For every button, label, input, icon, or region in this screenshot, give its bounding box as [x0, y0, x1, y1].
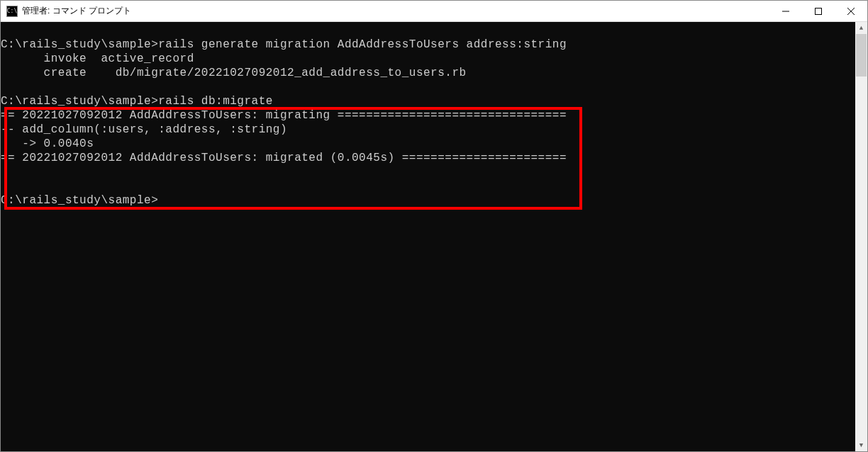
terminal-line [1, 80, 855, 94]
close-icon [847, 8, 855, 15]
svg-rect-1 [816, 8, 822, 14]
close-button[interactable] [835, 1, 867, 22]
terminal-line: C:\rails_study\sample>rails db:migrate [1, 94, 855, 108]
maximize-button[interactable] [802, 1, 835, 22]
terminal-container: C:\rails_study\sample>rails generate mig… [1, 22, 867, 451]
terminal-line: invoke active_record [1, 52, 855, 66]
maximize-icon [815, 8, 822, 15]
terminal-line [1, 23, 855, 38]
minimize-button[interactable] [769, 1, 802, 22]
terminal-line: C:\rails_study\sample>rails generate mig… [1, 38, 855, 52]
cmd-icon: C:\ [6, 6, 18, 17]
terminal-line: create db/migrate/20221027092012_add_add… [1, 66, 855, 80]
terminal-line: C:\rails_study\sample> [1, 193, 855, 208]
vertical-scrollbar[interactable]: ▲ ▼ [855, 22, 867, 451]
window-controls [769, 1, 867, 22]
terminal-line [1, 179, 855, 193]
scroll-thumb[interactable] [856, 34, 867, 77]
scroll-down-arrow-icon[interactable]: ▼ [855, 439, 867, 451]
terminal-line [1, 165, 855, 179]
command-prompt-window: C:\ 管理者: コマンド プロンプト C:\rails_study\sampl… [0, 0, 868, 452]
terminal-line: == 20221027092012 AddAddressToUsers: mig… [1, 151, 855, 165]
terminal-line: == 20221027092012 AddAddressToUsers: mig… [1, 108, 855, 123]
terminal-output[interactable]: C:\rails_study\sample>rails generate mig… [1, 22, 855, 451]
terminal-line: -> 0.0040s [1, 137, 855, 151]
minimize-icon [782, 8, 789, 15]
titlebar[interactable]: C:\ 管理者: コマンド プロンプト [1, 1, 867, 22]
scroll-up-arrow-icon[interactable]: ▲ [855, 22, 867, 34]
window-title: 管理者: コマンド プロンプト [22, 5, 769, 17]
terminal-line: -- add_column(:users, :address, :string) [1, 123, 855, 137]
